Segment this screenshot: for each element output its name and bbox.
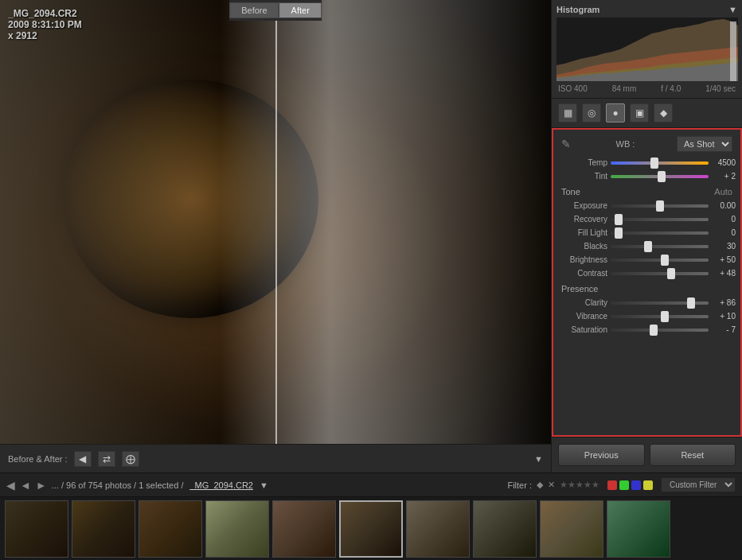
image-panel: Before After _MG_2094.CR2 2009 8:31:10 P… [0,0,551,472]
list-item[interactable] [339,500,403,558]
recovery-thumb[interactable] [615,214,623,225]
tone-curve-icon[interactable]: ◆ [654,103,673,122]
after-button[interactable]: After [279,2,322,18]
fill-light-label: Fill Light [558,228,607,237]
histogram-title: Histogram [556,5,599,14]
eyedropper-icon[interactable]: ✎ [561,138,574,150]
contrast-row: Contrast + 48 [558,269,736,278]
saturation-track[interactable] [611,329,709,332]
saturation-thumb[interactable] [650,325,658,336]
vibrance-track[interactable] [611,315,709,318]
color-labels [607,480,653,490]
recovery-track[interactable] [611,218,709,221]
rating-stars[interactable]: ★★★★★ [560,480,599,490]
exposure-track[interactable] [611,204,709,208]
histogram-info: ISO 400 84 mm f / 4.0 1/40 sec [556,81,737,93]
exposure-value: 0.00 [712,201,736,210]
histogram-expand[interactable]: ▼ [728,5,737,14]
hsl-tool-icon[interactable]: ▣ [630,103,649,122]
filmstrip-bar: ◀ ◄ ► ... / 96 of 754 photos / 1 selecte… [0,472,742,496]
blue-label[interactable] [631,480,641,490]
adjust-tool-icon[interactable]: ● [606,103,625,122]
saturation-label: Saturation [558,325,607,334]
tint-label: Tint [558,172,607,181]
brightness-track[interactable] [611,259,709,262]
layout-button[interactable]: ⨁ [122,451,139,467]
list-item[interactable] [406,500,470,558]
green-label[interactable] [619,480,629,490]
filmstrip [0,496,742,560]
blacks-label: Blacks [558,242,607,251]
previous-button[interactable]: Previous [558,444,645,466]
filmstrip-prev-btn[interactable]: ◄ [20,479,31,492]
saturation-row: Saturation - 7 [558,325,736,334]
iso-label: ISO 400 [558,84,588,93]
wb-dropdown[interactable]: As Shot Auto Daylight Cloudy Custom [677,136,732,152]
clarity-thumb[interactable] [687,298,695,309]
tint-row: Tint + 2 [558,172,736,181]
list-item[interactable] [5,500,68,558]
filmstrip-left-icon[interactable]: ◀ [6,479,15,492]
action-buttons: Previous Reset [552,437,742,472]
filmstrip-info: ... / 96 of 754 photos / 1 selected / _M… [52,480,503,490]
fill-light-thumb[interactable] [615,228,623,239]
svg-rect-5 [730,21,736,81]
blacks-track[interactable] [611,245,709,248]
wb-row: ✎ WB : As Shot Auto Daylight Cloudy Cust… [558,136,736,152]
contrast-label: Contrast [558,269,607,278]
list-item[interactable] [607,500,670,558]
shutter-label: 1/40 sec [705,84,736,93]
before-button[interactable]: Before [229,2,279,18]
swap-button[interactable]: ⇄ [98,451,115,467]
custom-filter-select[interactable]: Custom Filter [661,477,736,492]
contrast-track[interactable] [611,272,709,275]
focal-label: 84 mm [612,84,637,93]
dimensions-overlay: x 2912 [8,30,82,41]
filter-diamond-icon: ◆ [537,480,543,490]
filename-overlay: _MG_2094.CR2 [8,8,82,19]
exposure-thumb[interactable] [656,200,664,212]
tone-section-header: Tone Auto [558,187,736,196]
clarity-track[interactable] [611,301,709,305]
adjustments-panel: ✎ WB : As Shot Auto Daylight Cloudy Cust… [552,128,742,437]
presence-section-header: Presence [558,284,736,294]
grid-tool-icon[interactable]: ▦ [558,103,577,122]
blacks-thumb[interactable] [644,241,652,252]
fill-light-track[interactable] [611,231,709,235]
reset-button[interactable]: Reset [650,444,736,466]
dropdown-icon-film[interactable]: ▼ [260,480,268,490]
crop-tool-icon[interactable]: ◎ [582,103,601,122]
contrast-thumb[interactable] [667,268,675,279]
list-item[interactable] [473,500,537,558]
tint-track[interactable] [611,175,709,178]
list-item[interactable] [72,500,135,558]
brightness-thumb[interactable] [661,255,669,266]
list-item[interactable] [540,500,603,558]
right-panel: Histogram ▼ ISO 400 [551,0,742,472]
fill-light-value: 0 [712,228,736,237]
histogram-canvas [556,18,738,81]
view-dropdown[interactable]: ▼ [534,454,543,464]
temp-thumb[interactable] [650,158,658,169]
tint-thumb[interactable] [658,171,666,182]
blacks-row: Blacks 30 [558,242,736,251]
list-item[interactable] [139,500,202,558]
filter-x-icon[interactable]: ✕ [548,480,555,490]
yellow-label[interactable] [643,480,653,490]
auto-button[interactable]: Auto [714,187,732,196]
presence-label: Presence [561,284,598,294]
list-item[interactable] [272,500,336,558]
filter-label: Filter : [507,480,532,490]
filmstrip-next-btn[interactable]: ► [36,479,47,492]
red-label[interactable] [607,480,617,490]
image-container: _MG_2094.CR2 2009 8:31:10 PM x 2912 [0,0,551,444]
histogram-section: Histogram ▼ ISO 400 [552,0,742,99]
recovery-value: 0 [712,215,736,224]
tone-label: Tone [561,187,580,196]
temp-track[interactable] [611,161,709,165]
prev-view-button[interactable]: ◀ [74,451,92,467]
list-item[interactable] [205,500,269,558]
before-after-bar: Before After [229,0,322,21]
vibrance-thumb[interactable] [661,311,669,322]
clarity-value: + 86 [712,298,736,307]
